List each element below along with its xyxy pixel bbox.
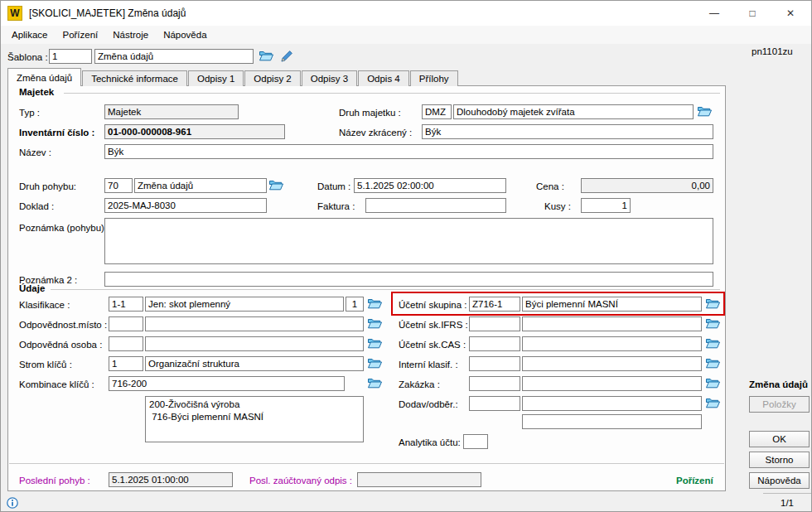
ucetni-sk-cas-folder-icon[interactable] <box>706 337 721 350</box>
zakazka-folder-icon[interactable] <box>706 377 721 389</box>
udaje-group-line <box>51 289 720 290</box>
app-logo-icon: W <box>7 6 22 21</box>
tab-prilohy[interactable]: Přílohy <box>410 70 458 86</box>
odpovednost-misto-folder-icon[interactable] <box>368 317 383 330</box>
kombinace-detail-box: 200-Živočišná výroba 716-Býci plemenní M… <box>145 396 364 442</box>
druh-majetku-label: Druh majetku : <box>339 107 401 118</box>
strom-klicu-code-input[interactable] <box>109 356 143 371</box>
druh-majetku-folder-icon[interactable] <box>698 105 713 118</box>
menu-nastroje[interactable]: Nástroje <box>105 26 156 44</box>
strom-klicu-name-input[interactable] <box>145 356 364 371</box>
program-id: pn1101zu <box>752 46 793 57</box>
ucetni-sk-cas-name-input[interactable] <box>522 336 702 351</box>
dodav-odber-code-input[interactable] <box>469 396 520 411</box>
sablona-name-input[interactable] <box>94 49 254 64</box>
kombinace-klicu-input[interactable] <box>109 376 345 391</box>
dodav-odber-folder-icon[interactable] <box>706 397 721 409</box>
odpovedna-osoba-folder-icon[interactable] <box>368 337 383 350</box>
tab-odpisy-1[interactable]: Odpisy 1 <box>188 70 244 86</box>
dodav-odber-name-input[interactable] <box>522 396 702 411</box>
druh-majetku-code-input[interactable] <box>422 104 452 119</box>
poznamka-label: Poznámka (pohybu) : <box>19 222 109 234</box>
ucetni-sk-ifrs-code-input[interactable] <box>469 316 520 331</box>
druh-majetku-name-input[interactable] <box>453 104 694 119</box>
tab-technicke-informace[interactable]: Technické informace <box>82 70 187 86</box>
sidebar-panel-title: Změna údajů <box>749 379 808 390</box>
interni-klasif-label: Interní klasif. : <box>399 359 458 370</box>
minimize-icon[interactable]: — <box>695 1 733 26</box>
doklad-label: Doklad : <box>19 200 54 212</box>
strom-klicu-folder-icon[interactable] <box>368 357 383 370</box>
odpovednost-misto-code-input[interactable] <box>109 316 143 331</box>
ok-button[interactable]: OK <box>749 431 810 447</box>
nazev-zkraceny-input[interactable] <box>422 124 713 139</box>
poznamka2-input[interactable] <box>104 272 713 287</box>
tab-zmena-udaju[interactable]: Změna údajů <box>7 68 81 86</box>
zakazka-name-input[interactable] <box>522 376 702 391</box>
sablona-edit-pencil-icon[interactable] <box>281 50 296 62</box>
footer-separator-line <box>9 463 724 464</box>
faktura-input[interactable] <box>365 198 506 213</box>
klasifikace-extra-input[interactable] <box>346 297 364 312</box>
typ-label: Typ : <box>19 107 40 118</box>
cena-field[interactable] <box>581 178 713 193</box>
posledni-pohyb-field[interactable] <box>109 472 233 487</box>
interni-klasif-code-input[interactable] <box>469 356 520 371</box>
sablona-number-input[interactable] <box>49 49 92 64</box>
close-icon[interactable]: ✕ <box>771 1 810 26</box>
faktura-label: Faktura : <box>317 200 355 212</box>
kusy-input[interactable] <box>581 198 631 213</box>
dodav-odber-name2-input[interactable] <box>522 414 702 429</box>
menu-napoveda[interactable]: Nápověda <box>156 26 214 44</box>
ucetni-skupina-folder-icon[interactable] <box>706 297 721 310</box>
nazev-input[interactable] <box>104 144 713 159</box>
tab-odpis-4[interactable]: Odpis 4 <box>358 70 409 86</box>
ucetni-skupina-name-input[interactable] <box>522 297 702 312</box>
ucetni-sk-cas-code-input[interactable] <box>469 336 520 351</box>
zakazka-code-input[interactable] <box>469 376 520 391</box>
ucetni-skupina-code-input[interactable] <box>469 297 520 312</box>
doklad-input[interactable] <box>104 198 267 213</box>
druh-pohybu-code-input[interactable] <box>104 178 133 193</box>
menu-aplikace[interactable]: Aplikace <box>4 26 55 44</box>
ucetni-skupina-label: Účetní skupina : <box>399 299 466 311</box>
ucetni-sk-ifrs-name-input[interactable] <box>522 316 702 331</box>
zakazka-label: Zakázka : <box>399 379 440 390</box>
poznamka-textarea[interactable] <box>104 218 713 264</box>
napoveda-button[interactable]: Nápověda <box>749 472 810 489</box>
klasifikace-folder-icon[interactable] <box>368 297 383 310</box>
interni-klasif-folder-icon[interactable] <box>706 357 721 370</box>
odpovedna-osoba-name-input[interactable] <box>145 336 364 351</box>
interni-klasif-name-input[interactable] <box>522 356 702 371</box>
ucetni-sk-cas-label: Účetní sk.CAS : <box>399 339 466 350</box>
druh-pohybu-folder-icon[interactable] <box>269 179 284 191</box>
menu-porizeni[interactable]: Pořízení <box>55 26 105 44</box>
klasifikace-name-input[interactable] <box>145 297 344 312</box>
info-icon[interactable] <box>7 497 18 509</box>
tab-odpisy-3[interactable]: Odpisy 3 <box>302 70 357 86</box>
posl-zauctovany-odpis-field[interactable] <box>357 472 481 487</box>
kombinace-klicu-folder-icon[interactable] <box>368 377 383 389</box>
ucetni-sk-ifrs-folder-icon[interactable] <box>706 317 721 330</box>
datum-input[interactable] <box>354 178 506 193</box>
sablona-folder-icon[interactable] <box>259 50 274 62</box>
polozky-button[interactable]: Položky <box>749 396 810 413</box>
tab-odpisy-2[interactable]: Odpisy 2 <box>244 70 300 86</box>
title-bar: W [SKOLICI_MAJETEK] Změna údajů — □ ✕ <box>1 1 811 26</box>
dodav-odber-label: Dodav/odběr.: <box>399 398 458 410</box>
inventarni-cislo-field[interactable] <box>104 124 285 139</box>
typ-field[interactable] <box>104 104 239 119</box>
page-indicator: 1/1 <box>763 493 811 512</box>
druh-pohybu-name-input[interactable] <box>134 178 267 193</box>
analytika-uctu-label: Analytika účtu: <box>399 437 461 448</box>
inventarni-cislo-label: Inventární číslo : <box>19 127 94 138</box>
odpovednost-misto-name-input[interactable] <box>145 316 364 331</box>
maximize-icon[interactable]: □ <box>733 1 771 26</box>
odpovednost-misto-label: Odpovědnost.místo : <box>19 319 107 331</box>
klasifikace-code-input[interactable] <box>109 297 143 312</box>
status-porizeni: Pořízení <box>676 475 713 486</box>
odpovedna-osoba-code-input[interactable] <box>109 336 143 351</box>
storno-button[interactable]: Storno <box>749 452 810 468</box>
ucetni-sk-ifrs-label: Účetní sk.IFRS : <box>399 319 468 331</box>
analytika-uctu-input[interactable] <box>463 434 488 449</box>
